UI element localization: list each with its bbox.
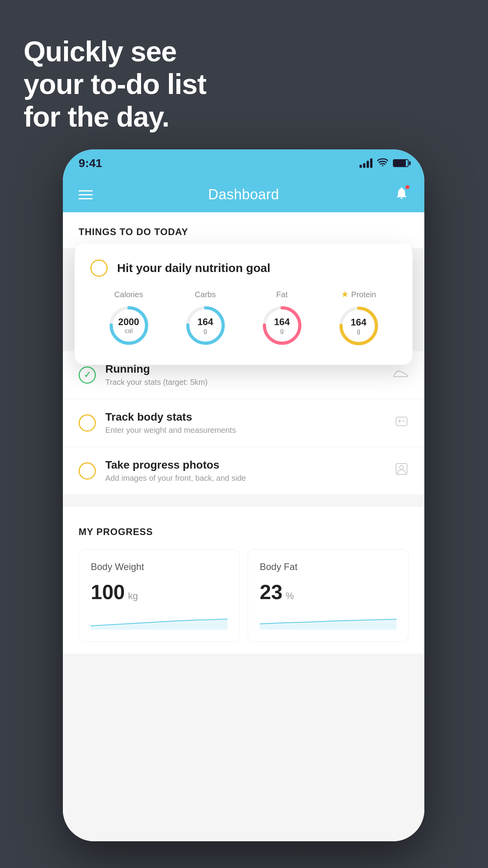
- phone-content: THINGS TO DO TODAY Hit your daily nutrit…: [63, 212, 424, 841]
- carbs-value: 164: [197, 316, 213, 327]
- fat-ring: 164 g: [261, 304, 304, 347]
- status-bar: 9:41: [63, 149, 424, 177]
- body-stats-text: Track body stats Enter your weight and m…: [105, 411, 385, 435]
- photos-title: Take progress photos: [105, 459, 385, 471]
- person-icon: [394, 462, 409, 480]
- hero-line1: Quickly see: [24, 36, 176, 67]
- body-fat-unit: %: [286, 590, 294, 601]
- fat-value: 164: [274, 316, 290, 327]
- bell-icon: [394, 189, 409, 203]
- battery-icon: [393, 159, 409, 167]
- phone-frame: 9:41 Dashboard: [63, 149, 424, 841]
- wifi-icon: [377, 158, 388, 169]
- todo-item-body-stats[interactable]: Track body stats Enter your weight and m…: [63, 399, 424, 447]
- hero-line3: for the day.: [24, 101, 169, 132]
- menu-icon[interactable]: [79, 190, 93, 199]
- scale-icon: [394, 414, 409, 432]
- body-weight-label: Body Weight: [91, 561, 227, 572]
- hero-line2: your to-do list: [24, 68, 206, 100]
- photos-check-circle: [79, 462, 96, 480]
- notification-bell-button[interactable]: [394, 186, 409, 203]
- nutrition-item-fat: Fat 164 g: [261, 290, 304, 347]
- body-stats-check-circle: [79, 414, 96, 432]
- body-weight-card[interactable]: Body Weight 100 kg: [79, 549, 240, 642]
- protein-unit: g: [350, 328, 366, 335]
- protein-label: ★ Protein: [341, 289, 376, 300]
- todo-item-photos[interactable]: Take progress photos Add images of your …: [63, 447, 424, 495]
- running-check-circle: ✓: [79, 366, 96, 384]
- body-fat-label: Body Fat: [260, 561, 396, 572]
- fat-unit: g: [274, 327, 290, 335]
- nutrition-item-protein: ★ Protein 164 g: [337, 289, 380, 348]
- carbs-ring: 164 g: [184, 304, 227, 347]
- nutrition-card[interactable]: Hit your daily nutrition goal Calories 2…: [75, 244, 413, 365]
- body-weight-chart: [91, 610, 227, 630]
- protein-ring: 164 g: [337, 304, 380, 348]
- carbs-unit: g: [197, 327, 213, 335]
- photos-subtitle: Add images of your front, back, and side: [105, 474, 385, 483]
- nutrition-item-carbs: Carbs 164 g: [184, 290, 227, 347]
- svg-point-0: [382, 165, 383, 166]
- svg-point-11: [400, 465, 404, 469]
- status-icons: [360, 158, 409, 169]
- body-stats-subtitle: Enter your weight and measurements: [105, 426, 385, 435]
- app-bar: Dashboard: [63, 177, 424, 212]
- fat-label: Fat: [276, 290, 288, 299]
- nutrition-card-header: Hit your daily nutrition goal: [90, 259, 397, 277]
- app-title: Dashboard: [208, 186, 279, 203]
- body-weight-unit: kg: [128, 590, 138, 601]
- things-today-title: THINGS TO DO TODAY: [79, 226, 188, 237]
- calories-ring: 2000 cal: [107, 304, 150, 347]
- progress-section: MY PROGRESS Body Weight 100 kg: [63, 507, 424, 654]
- checkmark-icon: ✓: [84, 370, 91, 380]
- nutrition-circles: Calories 2000 cal Carbs: [90, 289, 397, 348]
- status-time: 9:41: [79, 156, 102, 170]
- svg-rect-9: [396, 417, 407, 426]
- star-icon: ★: [341, 289, 349, 300]
- progress-cards: Body Weight 100 kg Body Fat: [79, 549, 409, 642]
- calories-label: Calories: [114, 290, 143, 299]
- body-fat-card[interactable]: Body Fat 23 %: [248, 549, 409, 642]
- nutrition-check-circle[interactable]: [90, 259, 108, 277]
- signal-bars-icon: [360, 158, 372, 168]
- shoe-icon: [393, 367, 409, 383]
- protein-value: 164: [350, 317, 366, 328]
- body-fat-value-row: 23 %: [260, 580, 396, 604]
- nutrition-card-title: Hit your daily nutrition goal: [117, 261, 270, 275]
- running-subtitle: Track your stats (target: 5km): [105, 378, 383, 387]
- body-weight-value: 100: [91, 580, 125, 604]
- photos-text: Take progress photos Add images of your …: [105, 459, 385, 483]
- body-stats-title: Track body stats: [105, 411, 385, 423]
- body-fat-chart: [260, 610, 396, 630]
- nutrition-item-calories: Calories 2000 cal: [107, 290, 150, 347]
- hero-heading: Quickly see your to-do list for the day.: [24, 35, 206, 133]
- todo-list: ✓ Running Track your stats (target: 5km): [63, 351, 424, 495]
- body-fat-value: 23: [260, 580, 283, 604]
- notification-dot: [405, 184, 410, 190]
- body-weight-value-row: 100 kg: [91, 580, 227, 604]
- carbs-label: Carbs: [195, 290, 216, 299]
- calories-unit: cal: [118, 327, 139, 335]
- calories-value: 2000: [118, 316, 139, 327]
- running-text: Running Track your stats (target: 5km): [105, 363, 383, 387]
- progress-title: MY PROGRESS: [79, 526, 409, 537]
